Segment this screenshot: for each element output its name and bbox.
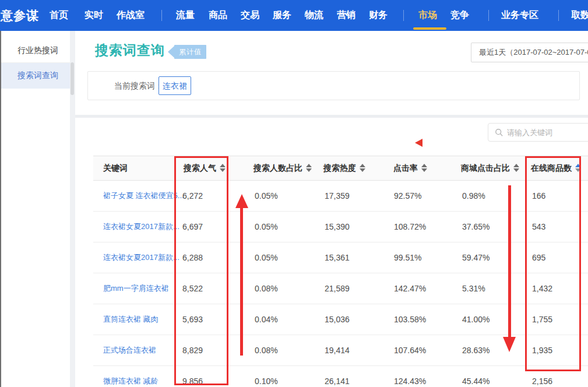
cell-searcher-ratio: 0.04% [255, 304, 278, 335]
cell-search-heat: 21,589 [325, 273, 350, 304]
app-logo[interactable]: 生意参谋 [0, 0, 39, 31]
keyword-link[interactable]: 裙子女夏 连衣裙便宜5... [103, 181, 184, 211]
nav-item-product[interactable]: 商品 [209, 0, 227, 30]
nav-item-marketing[interactable]: 营销 [337, 0, 355, 30]
annotation-pointer-icon [415, 139, 422, 147]
cell-click-rate: 92.57% [394, 181, 421, 211]
table-row: 连衣裙女夏2017新款... 6,288 0.05% 15,361 99.51%… [93, 242, 588, 273]
cell-search-heat: 26,141 [325, 366, 350, 387]
cell-click-rate: 103.58% [394, 304, 426, 335]
cell-click-rate: 99.51% [394, 242, 421, 273]
cell-mall-click-ratio: 59.47% [462, 242, 490, 273]
column-header-mall-click-ratio[interactable]: 商城点击占比 [461, 156, 519, 180]
keyword-link[interactable]: 连衣裙女夏2017新款... [103, 242, 179, 273]
cell-click-rate: 142.47% [394, 273, 426, 304]
nav-item-traffic[interactable]: 流量 [176, 0, 195, 30]
table-header-row: 关键词 搜索人气 搜索人数占比 搜索热度 点击率 商城点击占比 在线商品数 [93, 156, 588, 181]
nav-item-market[interactable]: 市场 [418, 0, 437, 30]
sidebar-item-hot-search-words[interactable]: 行业热搜词 [1, 38, 70, 63]
nav-item-finance[interactable]: 财务 [369, 0, 388, 30]
nav-item-logistics[interactable]: 物流 [305, 0, 323, 30]
sidebar: 行业热搜词 搜索词查询 [1, 31, 70, 387]
cell-searcher-ratio: 0.08% [255, 335, 278, 365]
keyword-link[interactable]: 直筒连衣裙 藏肉 [103, 304, 159, 335]
sort-icon[interactable] [306, 164, 312, 172]
column-header-searcher-ratio[interactable]: 搜索人数占比 [253, 156, 312, 180]
badge-notch-icon [168, 46, 174, 58]
column-label: 搜索热度 [323, 163, 356, 173]
current-keyword-chip[interactable]: 连衣裙 [159, 76, 191, 95]
cell-click-rate: 108.72% [394, 212, 426, 242]
cell-searcher-ratio: 0.10% [255, 366, 278, 387]
cell-search-heat: 15,361 [325, 242, 350, 273]
column-header-click-rate[interactable]: 点击率 [393, 156, 427, 180]
nav-separator [488, 10, 489, 21]
sort-icon[interactable] [421, 164, 427, 172]
table-row: 肥mm一字肩连衣裙 8,522 0.08% 21,589 142.47% 5.3… [93, 273, 588, 304]
column-label: 点击率 [393, 163, 418, 173]
cell-mall-click-ratio: 28.63% [462, 335, 490, 365]
column-label: 关键词 [103, 163, 128, 173]
cell-mall-click-ratio: 37.65% [462, 212, 490, 242]
nav-separator [403, 10, 404, 21]
annotation-box-search-popularity [174, 156, 228, 385]
sort-icon[interactable] [360, 164, 365, 172]
table-row: 裙子女夏 连衣裙便宜5... 6,272 0.05% 17,359 92.57%… [93, 181, 588, 212]
nav-separator [161, 10, 162, 21]
keyword-search-input[interactable] [507, 124, 588, 141]
sidebar-scrollbar-thumb[interactable] [71, 62, 74, 95]
table-row: 微胖连衣裙 减龄 9,856 0.10% 26,141 124.43% 45.4… [93, 366, 588, 387]
column-label: 商城点击占比 [461, 163, 510, 173]
cell-searcher-ratio: 0.08% [255, 273, 278, 304]
screen: 生意参谋 首页 实时 作战室 流量 商品 交易 服务 物流 营销 财务 市场 竞… [0, 0, 588, 387]
active-tab-underline [413, 27, 446, 30]
cell-mall-click-ratio: 45.44% [462, 366, 490, 387]
table-row: 连衣裙女夏2017新款... 6,697 0.05% 15,390 108.72… [93, 212, 588, 242]
cell-search-heat: 19,414 [325, 335, 350, 365]
nav-item-trade[interactable]: 交易 [241, 0, 259, 30]
annotation-down-arrow-head-icon [503, 337, 516, 352]
keyword-link[interactable]: 肥mm一字肩连衣裙 [103, 273, 169, 304]
sidebar-item-search-word-query[interactable]: 搜索词查询 [1, 63, 70, 89]
column-header-search-heat[interactable]: 搜索热度 [323, 156, 365, 180]
column-header-keyword[interactable]: 关键词 [103, 156, 128, 180]
annotation-down-arrow-shaft [508, 185, 511, 338]
cell-click-rate: 107.64% [394, 335, 426, 365]
search-icon [495, 128, 504, 137]
keyword-search-box [488, 123, 588, 142]
annotation-up-arrow-head-icon [235, 194, 248, 208]
cell-searcher-ratio: 0.05% [255, 181, 278, 211]
page-title: 搜索词查询 [95, 41, 165, 59]
nav-item-war-room[interactable]: 作战室 [117, 0, 145, 30]
sort-icon[interactable] [513, 164, 519, 172]
current-keyword-panel: 当前搜索词： 连衣裙 [87, 71, 580, 100]
date-range-picker[interactable]: 最近1天（2017-07-02~2017-07-02） [471, 43, 588, 62]
cell-mall-click-ratio: 5.31% [462, 273, 485, 304]
nav-item-home[interactable]: 首页 [50, 0, 68, 30]
keyword-link[interactable]: 连衣裙女夏2017新款... [103, 212, 179, 242]
cumulative-badge: 累计值 [174, 45, 206, 59]
section-divider [75, 115, 588, 118]
keyword-link[interactable]: 微胖连衣裙 减龄 [103, 366, 159, 387]
nav-separator [558, 10, 559, 21]
top-nav: 生意参谋 首页 实时 作战室 流量 商品 交易 服务 物流 营销 财务 市场 竞… [0, 0, 588, 31]
nav-item-business-zone[interactable]: 业务专区 [501, 0, 538, 30]
nav-item-service[interactable]: 服务 [273, 0, 291, 30]
annotation-box-online-products [525, 156, 581, 371]
nav-item-realtime[interactable]: 实时 [84, 0, 103, 30]
cell-mall-click-ratio: 0.98% [462, 181, 485, 211]
nav-item-competition[interactable]: 竞争 [450, 0, 469, 30]
column-label: 搜索人数占比 [253, 163, 302, 173]
current-keyword-label: 当前搜索词： [114, 72, 163, 100]
annotation-up-arrow-shaft [240, 207, 243, 356]
cell-mall-click-ratio: 41.00% [462, 304, 490, 335]
keyword-link[interactable]: 正式场合连衣裙 [103, 335, 156, 365]
cell-click-rate: 124.43% [394, 366, 426, 387]
cell-search-heat: 15,036 [325, 304, 350, 335]
cell-searcher-ratio: 0.05% [255, 212, 278, 242]
cell-search-heat: 17,359 [325, 181, 350, 211]
cell-searcher-ratio: 0.05% [255, 242, 278, 273]
cell-search-heat: 15,390 [325, 212, 350, 242]
table-row: 直筒连衣裙 藏肉 5,693 0.04% 15,036 103.58% 41.0… [93, 304, 588, 335]
nav-item-data-extract[interactable]: 取数 [571, 0, 588, 30]
